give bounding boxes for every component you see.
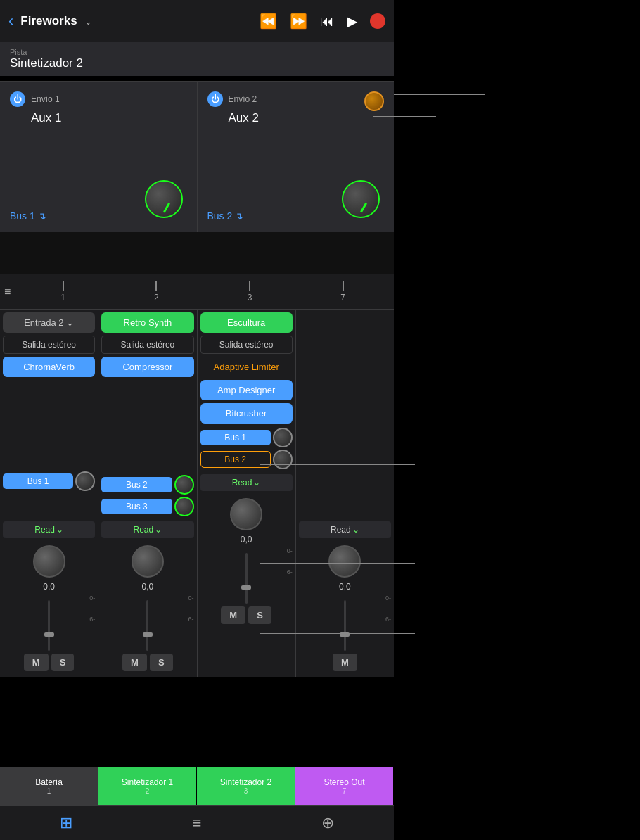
ch1-solo-button[interactable]: S	[51, 654, 75, 671]
ch2-output-label[interactable]: Salida estéreo	[101, 336, 193, 354]
mixer-area: Entrada 2 ⌄ Salida estéreo ChromaVerb Bu…	[0, 310, 394, 677]
channel-2: Retro Synth Salida estéreo Compressor Bu…	[98, 310, 197, 677]
send-panel-2: ⏻ Envío 2 Aux 2 Bus 2 ↴	[198, 82, 395, 232]
channel-header-3: 3	[203, 281, 297, 303]
record-button[interactable]	[370, 13, 385, 29]
send-2-header: ⏻ Envío 2	[207, 91, 257, 107]
ch7-automation-label: Read	[331, 525, 351, 535]
ch3-solo-button[interactable]: S	[248, 606, 271, 624]
ch3-output-label[interactable]: Salida estéreo	[200, 336, 293, 354]
ch1-automation[interactable]: Read ⌄	[3, 521, 95, 538]
ch2-bus-row-2: Bus 3	[101, 497, 193, 516]
track-tab-sintetizador2[interactable]: Sintetizador 2 3	[197, 767, 295, 805]
send-1-aux: Aux 1	[31, 111, 61, 125]
ch3-automation[interactable]: Read ⌄	[200, 474, 293, 491]
play-button[interactable]: ▶	[347, 13, 357, 30]
annotation-line-send2	[373, 116, 436, 117]
ch1-bus-tag[interactable]: Bus 1	[3, 473, 73, 489]
ch3-volume-knob[interactable]	[230, 498, 262, 530]
ch3-bus-knob-2[interactable]	[273, 450, 293, 469]
ch-number-3: 3	[248, 293, 252, 303]
ch1-mute-button[interactable]: M	[24, 654, 49, 671]
ch3-fader-handle[interactable]	[241, 585, 251, 590]
ch3-ms-row: M S	[200, 606, 293, 624]
send-2-knob[interactable]	[342, 180, 380, 218]
ch2-automation[interactable]: Read ⌄	[101, 521, 193, 538]
send-1-bus[interactable]: Bus 1 ↴	[10, 210, 46, 222]
ch1-effect-button[interactable]: ChromaVerb	[3, 357, 95, 377]
track-info: Pista Sintetizador 2	[0, 42, 394, 76]
ch2-mute-button[interactable]: M	[122, 654, 147, 671]
ch7-ms-row: M	[299, 654, 391, 671]
ch1-output-label[interactable]: Salida estéreo	[3, 336, 95, 354]
ch1-fader-handle[interactable]	[44, 632, 54, 637]
ch3-automation-label: Read	[232, 478, 252, 488]
channel-header-2: 2	[110, 281, 203, 303]
ch2-solo-button[interactable]: S	[150, 654, 173, 671]
nav-grid-icon[interactable]: ⊞	[60, 814, 72, 832]
ch1-automation-label: Read	[34, 525, 55, 535]
ch7-fader-track	[344, 600, 346, 651]
channel-7: Read ⌄ 0,0 0- 6- M	[296, 310, 394, 677]
mixer-menu-icon[interactable]: ≡	[4, 286, 11, 298]
send-1-power-button[interactable]: ⏻	[10, 91, 25, 107]
ch1-fader-area: 0- 6-	[3, 594, 95, 651]
back-button[interactable]: ‹	[8, 12, 13, 30]
ch3-effect-adaptive[interactable]: Adaptive Limiter	[200, 357, 293, 377]
channel-1: Entrada 2 ⌄ Salida estéreo ChromaVerb Bu…	[0, 310, 98, 677]
fader-line-2	[155, 281, 157, 291]
project-dropdown-arrow[interactable]: ⌄	[84, 16, 92, 27]
send-panel-1: ⏻ Envío 1 Aux 1 Bus 1 ↴	[0, 82, 198, 232]
send-1-knob[interactable]	[145, 180, 183, 218]
ch7-volume-knob[interactable]	[328, 545, 361, 578]
fast-forward-button[interactable]: ⏩	[290, 13, 307, 30]
fader-line-7	[343, 281, 344, 291]
orange-knob[interactable]	[364, 91, 384, 111]
ch3-plugin-button[interactable]: Escultura	[200, 312, 293, 333]
ch3-bus-knob-1[interactable]	[273, 428, 293, 447]
ch2-effect-button[interactable]: Compressor	[101, 357, 193, 377]
ch3-mute-button[interactable]: M	[221, 606, 245, 624]
annotation-line-bitcrusher	[260, 464, 415, 465]
dark-separator	[0, 232, 394, 274]
send-2-power-button[interactable]: ⏻	[207, 91, 223, 107]
ch2-fader-handle[interactable]	[143, 632, 153, 637]
ch2-plugin-button[interactable]: Retro Synth	[101, 312, 193, 333]
ch7-automation[interactable]: Read ⌄	[299, 521, 391, 538]
ch2-volume-knob[interactable]	[132, 545, 164, 578]
ch3-bus-tag-1[interactable]: Bus 1	[200, 430, 271, 445]
nav-plus-icon[interactable]: ⊕	[321, 814, 334, 832]
ch3-effect-amp[interactable]: Amp Designer	[200, 380, 293, 400]
ch7-mute-button[interactable]: M	[333, 654, 357, 671]
ch1-ms-row: M S	[3, 654, 95, 671]
ch3-bus-tag-2[interactable]: Bus 2	[200, 451, 271, 468]
ch1-input-button[interactable]: Entrada 2 ⌄	[3, 312, 95, 333]
ch2-bus-knob-1[interactable]	[174, 475, 194, 495]
ch2-volume-value: 0,0	[101, 582, 193, 592]
ch1-volume-knob[interactable]	[33, 545, 65, 578]
annotation-line-bus2	[260, 535, 415, 535]
ch3-bus-row-1: Bus 1	[200, 428, 293, 447]
ch2-fader-label-0: 0-	[188, 594, 193, 602]
channel-3: Escultura Salida estéreo Adaptive Limite…	[198, 310, 296, 677]
to-start-button[interactable]: ⏮	[320, 13, 334, 30]
ch-number-7: 7	[340, 293, 345, 303]
channel-header-1: 1	[16, 281, 110, 303]
ch1-bus-knob[interactable]	[75, 471, 95, 491]
send-2-bus[interactable]: Bus 2 ↴	[207, 210, 244, 222]
ch1-fader-label-0: 0-	[89, 594, 95, 602]
track-tab-stereo-out[interactable]: Stereo Out 7	[295, 767, 394, 805]
ch2-bus-knob-2[interactable]	[174, 497, 194, 516]
ch2-bus-tag-2[interactable]: Bus 3	[101, 499, 172, 514]
rewind-button[interactable]: ⏪	[260, 13, 277, 30]
ch3-bus-row-2: Bus 2	[200, 450, 293, 469]
ch1-fader-label-6: 6-	[89, 616, 95, 623]
send-1-header: ⏻ Envío 1	[10, 91, 60, 107]
project-name: Fireworks	[20, 14, 77, 28]
track-tab-bateria[interactable]: Batería 1	[0, 767, 98, 805]
track-tab-sintetizador1[interactable]: Sintetizador 1 2	[98, 767, 197, 805]
ch3-effect-bitcrusher[interactable]: Bitcrusher	[200, 403, 293, 424]
ch3-fader-label-6: 6-	[287, 568, 293, 575]
nav-list-icon[interactable]: ≡	[193, 814, 202, 832]
ch2-bus-tag-1[interactable]: Bus 2	[101, 477, 172, 492]
